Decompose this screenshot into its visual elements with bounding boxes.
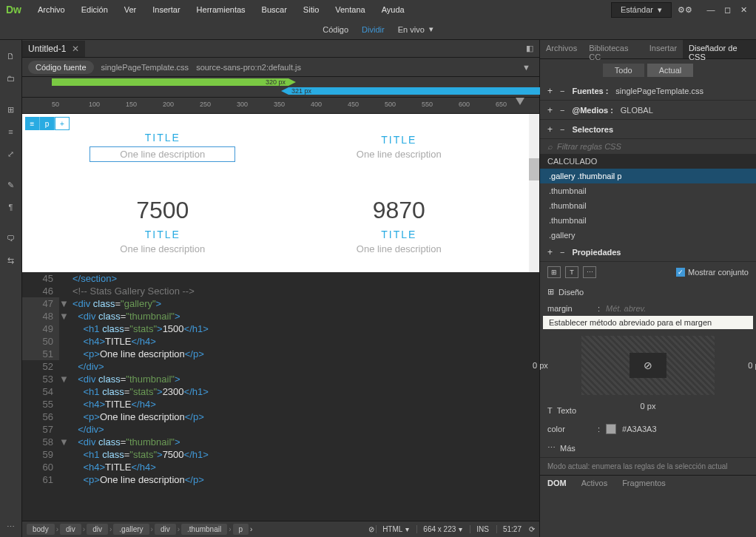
breadcrumb-item[interactable]: .thumbnail bbox=[181, 524, 227, 535]
manage-icon[interactable]: ⊞ bbox=[0, 99, 21, 120]
breadcrumb-item[interactable]: body bbox=[27, 524, 55, 535]
insert-mode[interactable]: INS bbox=[470, 525, 495, 533]
breadcrumb-item[interactable]: div bbox=[155, 524, 176, 535]
breadcrumb-item[interactable]: div bbox=[60, 524, 81, 535]
source-code-button[interactable]: Código fuente bbox=[28, 61, 94, 74]
plus-icon[interactable]: + bbox=[547, 247, 553, 257]
selector-item[interactable]: .thumbnail bbox=[540, 198, 756, 213]
breadcrumb-item[interactable]: div bbox=[87, 524, 108, 535]
collapse-icon[interactable]: ⇆ bbox=[0, 250, 21, 271]
selector-item[interactable]: .gallery bbox=[540, 228, 756, 243]
layout-icon[interactable]: ⊞ bbox=[547, 266, 561, 278]
preview-cell[interactable]: TITLEOne line description bbox=[44, 114, 281, 180]
preview-cell[interactable]: 7500TITLEOne line description bbox=[44, 180, 281, 273]
minus-icon[interactable]: − bbox=[560, 106, 564, 115]
menu-item[interactable]: Herramientas bbox=[189, 2, 253, 17]
more-icon: ⋯ bbox=[547, 443, 556, 453]
lang-select[interactable]: HTML ▾ bbox=[376, 525, 415, 533]
box-model[interactable]: 0 px ⊘ 0 px 0 px bbox=[555, 332, 741, 399]
link-icon[interactable]: ⊘ bbox=[644, 359, 652, 371]
bottom-tab[interactable]: Activos bbox=[574, 476, 615, 491]
filter-icon[interactable]: ▼ bbox=[522, 63, 530, 72]
menu-item[interactable]: Ver bbox=[117, 2, 144, 17]
properties-section[interactable]: + − Propiedades bbox=[540, 243, 756, 262]
settings-icon[interactable]: ⚙⚙ bbox=[678, 5, 692, 15]
panel-tab[interactable]: Insertar bbox=[644, 40, 683, 58]
sub-tab-all[interactable]: Todo bbox=[603, 64, 644, 77]
mq-bar-max[interactable]: 320 px bbox=[52, 78, 288, 86]
selector-item[interactable]: .thumbnail bbox=[540, 213, 756, 228]
preview-cell[interactable]: 9870TITLEOne line description bbox=[281, 180, 518, 273]
wand-icon[interactable]: ✎ bbox=[0, 175, 21, 195]
left-toolbar: 🗋 🗀 ⊞ ≡ ⤢ ✎ ¶ 🗨 ⇆ ⋯ bbox=[0, 40, 22, 537]
tag-badge[interactable]: p bbox=[40, 117, 55, 130]
media-section[interactable]: + − @Medios : GLOBAL bbox=[540, 101, 756, 120]
bottom-tab[interactable]: Fragmentos bbox=[615, 476, 673, 491]
sync-icon[interactable]: ⟳ bbox=[529, 525, 535, 533]
minus-icon[interactable]: − bbox=[560, 125, 564, 134]
panel-tab[interactable]: Diseñador de CSS bbox=[683, 40, 756, 58]
width-marker[interactable] bbox=[516, 98, 524, 105]
chevron-right-icon[interactable]: › bbox=[250, 525, 252, 533]
sub-tab-current[interactable]: Actual bbox=[647, 64, 694, 77]
minus-icon[interactable]: − bbox=[560, 248, 564, 257]
file-icon[interactable]: 🗋 bbox=[0, 46, 21, 67]
plus-icon[interactable]: + bbox=[547, 86, 553, 96]
menu-icon[interactable]: ≡ bbox=[25, 117, 40, 130]
selector-item[interactable]: .thumbnail bbox=[540, 183, 756, 198]
panel-tab[interactable]: Archivos bbox=[540, 40, 583, 58]
list-icon[interactable]: ≡ bbox=[0, 121, 21, 142]
menu-item[interactable]: Ayuda bbox=[374, 2, 412, 17]
detach-icon[interactable]: ◧ bbox=[526, 44, 533, 53]
selectors-section[interactable]: + − Selectores bbox=[540, 120, 756, 139]
chevron-down-icon[interactable]: ▾ bbox=[429, 24, 433, 34]
plus-icon[interactable]: + bbox=[547, 124, 553, 135]
file-tab[interactable]: Untitled-1 ✕ bbox=[22, 41, 85, 57]
minus-icon[interactable]: − bbox=[560, 87, 564, 95]
expand-icon[interactable]: ⤢ bbox=[0, 143, 21, 164]
more-props-icon[interactable]: ⋯ bbox=[583, 266, 596, 278]
filter-rules-input[interactable]: ⌕ Filtrar reglas CSS bbox=[540, 139, 756, 154]
mq-bar-min[interactable]: 321 px bbox=[288, 87, 540, 95]
preview-cell[interactable]: TITLEOne line description bbox=[281, 114, 518, 180]
bottom-tab[interactable]: DOM bbox=[540, 476, 574, 491]
viewport-size[interactable]: 664 x 223 ▾ bbox=[416, 525, 468, 533]
color-value[interactable]: #A3A3A3 bbox=[622, 425, 656, 433]
show-set-checkbox[interactable]: ✓ bbox=[676, 268, 685, 277]
menu-item[interactable]: Ventana bbox=[328, 2, 372, 17]
breadcrumb-item[interactable]: p bbox=[233, 524, 249, 535]
view-live[interactable]: En vivo bbox=[398, 25, 425, 34]
live-preview[interactable]: ≡ p + TITLEOne line descriptionTITLEOne … bbox=[22, 114, 539, 272]
top-menu-bar: Dw ArchivoEdiciónVerInsertarHerramientas… bbox=[0, 0, 756, 19]
menu-item[interactable]: Insertar bbox=[145, 2, 187, 17]
view-split[interactable]: Dividir bbox=[362, 25, 385, 34]
workspace-dropdown[interactable]: Estándar▾ bbox=[611, 2, 672, 18]
breadcrumb-item[interactable]: .gallery bbox=[113, 524, 149, 535]
format-icon[interactable]: ¶ bbox=[0, 197, 21, 217]
add-icon[interactable]: + bbox=[55, 117, 70, 130]
comment-icon[interactable]: 🗨 bbox=[0, 228, 21, 249]
margin-shorthand[interactable]: Mét. abrev. bbox=[606, 304, 646, 313]
code-editor[interactable]: 45</section>46<!-- Stats Gallery Section… bbox=[22, 272, 539, 521]
menu-item[interactable]: Archivo bbox=[30, 2, 72, 17]
sources-section[interactable]: + − Fuentes : singlePageTemplate.css bbox=[540, 81, 756, 101]
view-code[interactable]: Código bbox=[323, 25, 348, 34]
folder-icon[interactable]: 🗀 bbox=[0, 68, 21, 89]
color-swatch[interactable] bbox=[606, 424, 616, 434]
text-icon[interactable]: T bbox=[565, 266, 578, 278]
close-tab-icon[interactable]: ✕ bbox=[72, 44, 79, 54]
menu-item[interactable]: Edición bbox=[74, 2, 115, 17]
minimize-icon[interactable]: — bbox=[704, 4, 718, 15]
plus-icon[interactable]: + bbox=[547, 105, 553, 115]
panel-tab[interactable]: Bibliotecas CC bbox=[583, 40, 644, 58]
close-icon[interactable]: ✕ bbox=[737, 4, 750, 15]
scrollbar[interactable] bbox=[529, 114, 539, 272]
related-file[interactable]: singlePageTemplate.css bbox=[101, 63, 189, 72]
related-file[interactable]: source-sans-pro:n2:default.js bbox=[196, 63, 301, 72]
maximize-icon[interactable]: ◻ bbox=[720, 4, 734, 15]
selector-item[interactable]: .gallery .thumbnail p bbox=[540, 169, 756, 183]
more-icon[interactable]: ⋯ bbox=[0, 516, 21, 537]
menu-item[interactable]: Buscar bbox=[254, 2, 294, 17]
menu-item[interactable]: Sitio bbox=[296, 2, 326, 17]
error-icon[interactable]: ⊘ bbox=[368, 525, 374, 533]
